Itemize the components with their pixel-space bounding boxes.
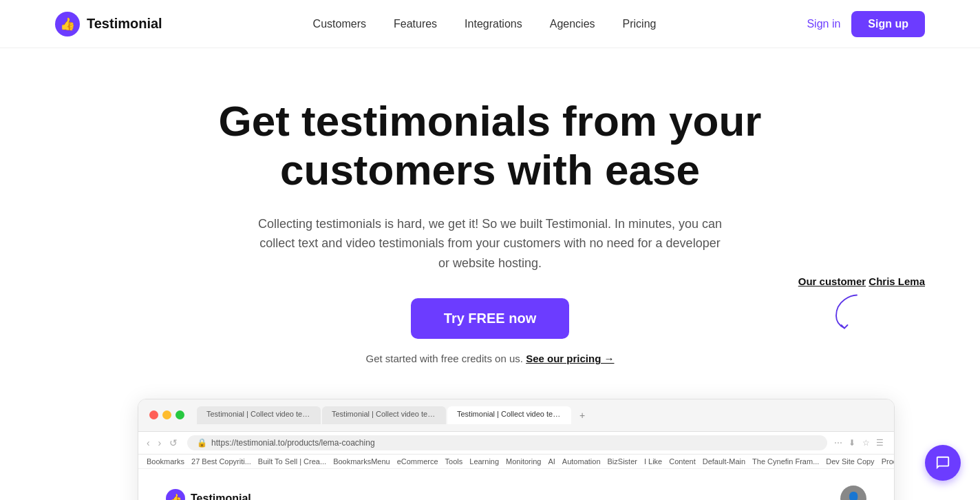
window-controls bbox=[149, 410, 184, 419]
bookmark-5[interactable]: Tools bbox=[445, 457, 463, 466]
nav-pricing[interactable]: Pricing bbox=[623, 18, 657, 30]
logo-icon: 👍 bbox=[55, 12, 80, 37]
nav-agencies[interactable]: Agencies bbox=[550, 18, 595, 30]
browser-tab-1[interactable]: Testimonial | Collect video testi... bbox=[197, 406, 321, 424]
bookmark-2[interactable]: Built To Sell | Crea... bbox=[258, 457, 326, 466]
nav-links: Customers Features Integrations Agencies… bbox=[313, 18, 657, 30]
bookmark-6[interactable]: Learning bbox=[469, 457, 499, 466]
bookmark-4[interactable]: eCommerce bbox=[397, 457, 438, 466]
bookmark-10[interactable]: BizSister bbox=[608, 457, 637, 466]
hero-sub-cta: Get started with free credits on us. See… bbox=[366, 353, 615, 364]
lock-icon: 🔒 bbox=[197, 438, 207, 448]
new-tab-button[interactable]: + bbox=[573, 406, 592, 424]
browser-page-content: 👍 Testimonial 👤 Manage your space ⭐ Prod… bbox=[138, 469, 894, 500]
hero-subtext: Collecting testimonials is hard, we get … bbox=[256, 214, 724, 273]
browser-tabs: Testimonial | Collect video testi... Tes… bbox=[197, 406, 883, 424]
chat-bubble[interactable] bbox=[925, 445, 961, 481]
nav-actions: Sign in Sign up bbox=[807, 11, 925, 37]
nav-integrations[interactable]: Integrations bbox=[465, 18, 522, 30]
bookmark-12[interactable]: Content bbox=[669, 457, 696, 466]
browser-menu-icons: ⋯ ⬇ ☆ ☰ bbox=[834, 438, 886, 448]
signin-button[interactable]: Sign in bbox=[807, 18, 840, 30]
maximize-dot bbox=[175, 410, 184, 419]
pricing-link[interactable]: See our pricing → bbox=[526, 353, 614, 364]
bookmark-16[interactable]: Product Ladders bbox=[882, 457, 894, 466]
address-bar[interactable]: 🔒 https://testimonial.to/products/lema-c… bbox=[187, 435, 827, 450]
browser-tab-3[interactable]: Testimonial | Collect video testimo... bbox=[447, 406, 571, 424]
customer-callout: Our customer Chris Lema bbox=[798, 275, 925, 331]
bookmark-7[interactable]: Monitoring bbox=[506, 457, 541, 466]
cta-button[interactable]: Try FREE now bbox=[411, 298, 569, 339]
inner-logo: 👍 Testimonial bbox=[166, 489, 251, 500]
logo-link[interactable]: 👍 Testimonial bbox=[55, 12, 162, 37]
bookmark-3[interactable]: BookmarksMenu bbox=[333, 457, 390, 466]
bookmark-9[interactable]: Automation bbox=[562, 457, 601, 466]
bookmark-8[interactable]: AI bbox=[548, 457, 555, 466]
browser-mockup: Testimonial | Collect video testi... Tes… bbox=[138, 399, 895, 500]
inner-logo-icon: 👍 bbox=[166, 489, 185, 500]
bookmark-15[interactable]: Dev Site Copy bbox=[826, 457, 874, 466]
avatar-icon: 👤 bbox=[846, 491, 861, 500]
bookmark-bookmarks[interactable]: Bookmarks bbox=[147, 457, 184, 466]
callout-arrow bbox=[826, 290, 867, 331]
bookmarks-bar: Bookmarks 27 Best Copyriti... Built To S… bbox=[138, 455, 894, 469]
nav-features[interactable]: Features bbox=[394, 18, 437, 30]
bookmark-1[interactable]: 27 Best Copyriti... bbox=[191, 457, 251, 466]
hero-headline: Get testimonials from your customers wit… bbox=[180, 96, 800, 195]
chat-icon bbox=[935, 455, 950, 470]
browser-tab-bar: Testimonial | Collect video testi... Tes… bbox=[138, 399, 894, 432]
inner-nav: 👍 Testimonial 👤 bbox=[138, 486, 894, 500]
address-bar-row: ‹ › ↺ 🔒 https://testimonial.to/products/… bbox=[138, 432, 894, 455]
logo-text: Testimonial bbox=[87, 16, 162, 32]
nav-customers[interactable]: Customers bbox=[313, 18, 366, 30]
minimize-dot bbox=[162, 410, 171, 419]
user-avatar[interactable]: 👤 bbox=[840, 486, 866, 500]
bookmark-11[interactable]: I Like bbox=[644, 457, 662, 466]
bookmark-14[interactable]: The Cynefin Fram... bbox=[752, 457, 819, 466]
callout-name: Chris Lema bbox=[869, 275, 925, 287]
browser-tab-2[interactable]: Testimonial | Collect video testimo... bbox=[322, 406, 446, 424]
main-nav: 👍 Testimonial Customers Features Integra… bbox=[0, 0, 980, 48]
hero-section: Get testimonials from your customers wit… bbox=[0, 48, 980, 500]
signup-button[interactable]: Sign up bbox=[851, 11, 925, 37]
close-dot bbox=[149, 410, 158, 419]
nav-arrows: ‹ › ↺ bbox=[147, 437, 180, 448]
callout-text: Our customer Chris Lema bbox=[798, 275, 925, 287]
bookmark-13[interactable]: Default-Main bbox=[703, 457, 745, 466]
